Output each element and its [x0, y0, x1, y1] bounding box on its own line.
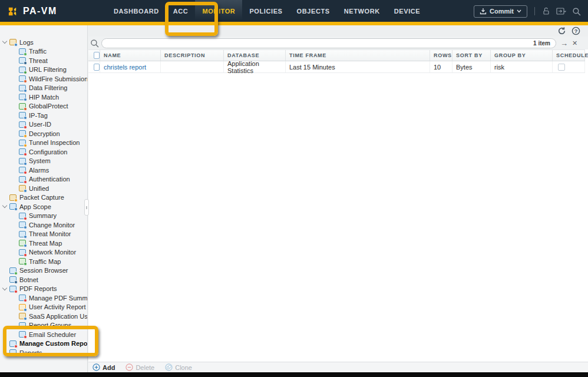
delete-button[interactable]: Delete	[125, 363, 154, 371]
email-scheduler-icon	[19, 331, 26, 338]
reports-table: NAMEDESCRIPTIONDATABASETIME FRAMEROWSSOR…	[88, 49, 585, 73]
sidebar-resize-handle[interactable]	[84, 199, 89, 216]
authentication-icon	[19, 176, 26, 183]
sidebar-item-manage-pdf-summary[interactable]: Manage PDF Summary	[0, 293, 87, 303]
sidebar-item-traffic[interactable]: Traffic	[0, 47, 87, 57]
packet-capture-icon	[9, 194, 16, 201]
sidebar-item-network-monitor[interactable]: Network Monitor	[0, 248, 87, 257]
bottom-black-bar	[0, 372, 588, 377]
clone-icon	[165, 363, 173, 371]
sidebar-item-threat-monitor[interactable]: Threat Monitor	[0, 230, 87, 239]
sidebar-item-ip-tag[interactable]: IP-Tag	[0, 111, 87, 120]
sidebar-item-threat[interactable]: Threat	[0, 56, 87, 65]
sidebar-item-pdf-reports[interactable]: PDF Reports	[0, 285, 87, 294]
column-header-database[interactable]: DATABASE	[224, 50, 286, 61]
search-icon[interactable]	[90, 39, 99, 48]
tree-expand-chevron-icon[interactable]	[2, 204, 8, 209]
summary-icon	[19, 213, 26, 219]
column-header-rows[interactable]: ROWS	[430, 50, 452, 61]
nav-tab-acc[interactable]: ACC	[166, 0, 196, 22]
sidebar-item-authentication[interactable]: Authentication	[0, 175, 87, 184]
sidebar-item-change-monitor[interactable]: Change Monitor	[0, 220, 87, 230]
sidebar-item-url-filtering[interactable]: URL Filtering	[0, 65, 87, 75]
commit-icon	[480, 8, 487, 15]
manage-pdf-summary-icon	[19, 295, 26, 301]
threat-log-icon	[19, 57, 26, 64]
cell-group-by: risk	[491, 61, 553, 72]
global-search-icon[interactable]	[572, 7, 581, 16]
apply-filter-arrow-icon[interactable]: →	[560, 39, 568, 47]
tree-expand-chevron-icon[interactable]	[2, 39, 8, 45]
help-glyph: ?	[574, 28, 578, 34]
main-content: ? 1 item → ✕ NAMEDESCRIPTIONDATABASETIME…	[88, 25, 588, 372]
add-plus-icon	[93, 363, 100, 371]
column-header-scheduled[interactable]: SCHEDULED	[553, 50, 585, 61]
row-checkbox[interactable]	[94, 64, 100, 71]
sidebar-item-user-id[interactable]: User-ID	[0, 120, 87, 130]
sidebar-item-summary[interactable]: Summary	[0, 211, 87, 221]
sidebar-item-packet-capture[interactable]: Packet Capture	[0, 193, 87, 203]
sidebar-item-threat-map[interactable]: Threat Map	[0, 239, 87, 248]
sidebar-item-hip-match[interactable]: HIP Match	[0, 92, 87, 102]
table-row: christels reportApplication StatisticsLa…	[88, 61, 585, 73]
nav-divider	[534, 7, 535, 15]
cell-name: christels report	[100, 61, 161, 72]
sidebar-item-user-activity-report[interactable]: User Activity Report	[0, 303, 87, 312]
unlock-icon[interactable]	[542, 7, 550, 15]
sidebar-item-manage-custom-reports[interactable]: Manage Custom Reports	[0, 339, 87, 349]
sidebar-item-system[interactable]: System	[0, 157, 87, 166]
nav-tab-monitor[interactable]: MONITOR	[195, 0, 242, 22]
hip-match-icon	[19, 94, 26, 100]
sidebar-item-tunnel-inspection[interactable]: Tunnel Inspection	[0, 138, 87, 148]
app-title: PA-VM	[23, 6, 57, 16]
sidebar-item-app-scope[interactable]: App Scope	[0, 202, 87, 211]
column-header-description[interactable]: DESCRIPTION	[161, 50, 224, 61]
sidebar-item-session-browser[interactable]: Session Browser	[0, 266, 87, 276]
column-header-time-frame[interactable]: TIME FRAME	[286, 50, 430, 61]
threat-monitor-icon	[19, 231, 26, 237]
sidebar-item-reports[interactable]: Reports	[0, 348, 87, 358]
sidebar-item-data-filtering[interactable]: Data Filtering	[0, 84, 87, 93]
manage-custom-reports-icon	[9, 340, 16, 347]
config-window-icon[interactable]	[556, 7, 566, 15]
nav-tab-dashboard[interactable]: DASHBOARD	[107, 0, 166, 22]
clear-filter-icon[interactable]: ✕	[572, 40, 577, 47]
delete-minus-icon	[125, 363, 133, 371]
help-icon[interactable]: ?	[572, 27, 580, 35]
commit-button[interactable]: Commit	[474, 5, 527, 18]
sidebar-item-saas-application-usage[interactable]: SaaS Application Usage	[0, 312, 87, 321]
column-header-group-by[interactable]: GROUP BY	[491, 50, 553, 61]
sidebar-item-report-groups[interactable]: Report Groups	[0, 321, 87, 330]
sidebar-item-unified[interactable]: Unified	[0, 184, 87, 193]
nav-tab-objects[interactable]: OBJECTS	[290, 0, 337, 22]
nav-tab-device[interactable]: DEVICE	[387, 0, 428, 22]
scheduled-checkbox[interactable]	[558, 64, 565, 71]
sidebar-item-globalprotect[interactable]: GlobalProtect	[0, 102, 87, 111]
sidebar-item-logs[interactable]: Logs	[0, 38, 87, 47]
sidebar-item-wildfire-submissions[interactable]: WildFire Submissions	[0, 74, 87, 84]
filter-bar: 1 item → ✕	[88, 37, 588, 49]
url-filtering-icon	[19, 67, 26, 73]
unified-icon	[19, 185, 26, 191]
sidebar-item-traffic-map[interactable]: Traffic Map	[0, 257, 87, 266]
nav-tab-policies[interactable]: POLICIES	[242, 0, 289, 22]
filter-input[interactable]: 1 item	[101, 38, 556, 48]
column-header-name[interactable]: NAME	[100, 50, 161, 61]
sidebar-item-email-scheduler[interactable]: Email Scheduler	[0, 330, 87, 339]
clone-button[interactable]: Clone	[165, 363, 192, 371]
select-all-checkbox[interactable]	[94, 52, 100, 59]
tree-expand-chevron-icon[interactable]	[2, 286, 8, 292]
add-button[interactable]: Add	[93, 363, 115, 371]
sidebar-tree: Logs Traffic Threat URL Filtering WildFi…	[0, 25, 88, 372]
sidebar-item-botnet[interactable]: Botnet	[0, 275, 87, 285]
sidebar-item-alarms[interactable]: Alarms	[0, 166, 87, 175]
top-nav: PA-VM DASHBOARDACCMONITORPOLICIESOBJECTS…	[0, 0, 588, 22]
report-name-link[interactable]: christels report	[104, 64, 146, 71]
column-header-sort-by[interactable]: SORT BY	[452, 50, 491, 61]
nav-tab-network[interactable]: NETWORK	[337, 0, 387, 22]
item-count-badge: 1 item	[533, 40, 550, 47]
network-monitor-icon	[19, 249, 26, 256]
refresh-icon[interactable]	[557, 27, 566, 35]
sidebar-item-configuration[interactable]: Configuration	[0, 147, 87, 157]
sidebar-item-decryption[interactable]: Decryption	[0, 129, 87, 138]
